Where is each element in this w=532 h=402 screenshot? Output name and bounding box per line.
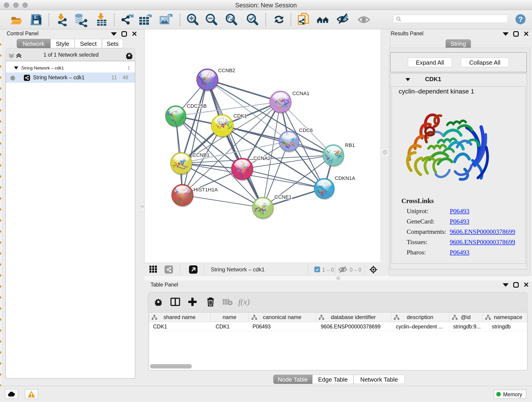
svg-text:CDC6: CDC6 bbox=[299, 128, 313, 133]
svg-text:CCNB2: CCNB2 bbox=[218, 68, 235, 73]
svg-text:CCNB1: CCNB1 bbox=[192, 152, 210, 158]
svg-text:CCNA2: CCNA2 bbox=[253, 155, 271, 161]
svg-text:CCNA1: CCNA1 bbox=[292, 90, 310, 96]
svg-text:CDK1: CDK1 bbox=[234, 113, 247, 119]
svg-text:CDC25B: CDC25B bbox=[187, 103, 207, 109]
svg-text:HIST1H1A: HIST1H1A bbox=[194, 187, 218, 192]
svg-text:RB1: RB1 bbox=[345, 142, 355, 148]
svg-text:CDKN1A: CDKN1A bbox=[335, 175, 355, 181]
svg-text:CCNE1: CCNE1 bbox=[274, 194, 292, 200]
